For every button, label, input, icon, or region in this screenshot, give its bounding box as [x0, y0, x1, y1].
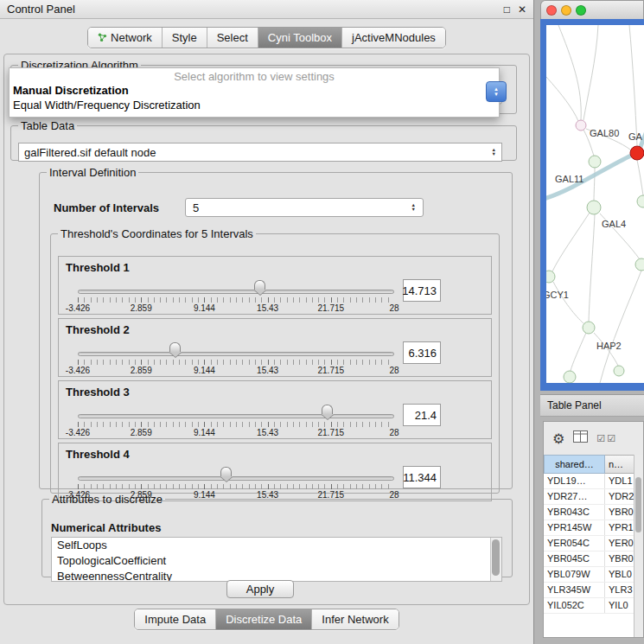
menu-item-equal-width-frequency-discretization[interactable]: Equal Width/Frequency Discretization [10, 98, 499, 112]
tab-impute-data[interactable]: Impute Data [135, 609, 215, 629]
slider-track[interactable] [78, 476, 394, 481]
top-tab-bar: NetworkStyleSelectCyni ToolboxjActiveMNo… [87, 27, 446, 48]
scrollbar-thumb[interactable] [635, 477, 641, 532]
select-all-checkbox-icon[interactable]: ☑ [596, 433, 605, 444]
menu-item-manual-discretization[interactable]: Manual Discretization [10, 83, 499, 98]
select-columns-checkbox-icon[interactable]: ☑ [607, 433, 615, 444]
minimize-icon[interactable]: □ [504, 3, 510, 16]
table-row[interactable]: YDR27…YDR2 [544, 489, 635, 505]
tab-label: Discretize Data [226, 613, 302, 626]
threshold-value-field[interactable]: 6.316 [403, 341, 441, 364]
table-scrollbar[interactable] [634, 455, 643, 637]
slider-thumb[interactable] [322, 405, 333, 414]
network-node-gcy1[interactable] [546, 271, 555, 283]
list-item-topologicalcoefficient[interactable]: TopologicalCoefficient [52, 553, 501, 569]
tab-cyni-toolbox[interactable]: Cyni Toolbox [258, 28, 341, 48]
table-row[interactable]: YIL052CYIL0 [544, 598, 635, 614]
threshold-value-field[interactable]: 11.344 [403, 466, 441, 488]
intervals-combobox[interactable]: 5 ▲▼ [185, 198, 424, 217]
scale-label: 9.144 [194, 366, 215, 375]
table-cell: YBR0 [605, 505, 635, 520]
tab-label: Network [111, 31, 152, 44]
gear-icon[interactable]: ⚙ [552, 430, 564, 447]
network-node[interactable] [637, 195, 644, 207]
network-canvas[interactable]: GAL80GAGAL11GAL4GCY1HAP2 [546, 25, 644, 383]
interval-definition-group: Interval Definition Number of Intervals … [39, 166, 513, 489]
table-data-group: Table Data galFiltered.sif default node … [10, 119, 517, 161]
network-node-ga[interactable] [630, 146, 644, 160]
slider-scale: -3.4262.8599.14415.4321.71528 [78, 428, 394, 438]
network-node[interactable] [614, 366, 624, 376]
table-row[interactable]: YBL079WYBL0 [544, 567, 635, 583]
threshold-slider[interactable]: -3.4262.8599.14415.4321.71528 [78, 381, 394, 440]
table-cell: YDR27… [544, 489, 605, 504]
table-cell: YBL0 [605, 567, 635, 582]
slider-track[interactable] [78, 352, 394, 356]
minimize-button[interactable] [561, 5, 571, 16]
tab-network[interactable]: Network [88, 28, 162, 48]
table-toolbar: ⚙ ☑ ☑ [544, 422, 643, 455]
node-label: GAL4 [602, 219, 626, 229]
slider-thumb[interactable] [220, 467, 232, 476]
network-node[interactable] [635, 258, 644, 271]
tab-style[interactable]: Style [162, 28, 207, 48]
threshold-value-field[interactable]: 21.4 [403, 404, 441, 426]
table-row[interactable]: YPR145WYPR1 [544, 520, 635, 536]
table-header: shared… n… [544, 455, 635, 474]
threshold-value-field[interactable]: 14.713 [403, 279, 441, 302]
network-node-gal11[interactable] [589, 156, 601, 168]
intervals-value: 5 [193, 201, 199, 214]
scale-label: 2.859 [131, 303, 152, 313]
slider-ticks [78, 422, 394, 427]
chevron-down-icon: ▼ [494, 92, 499, 97]
table-cell: YDL19… [544, 474, 605, 488]
table-cell: YPR1 [605, 520, 635, 535]
scale-label: 15.43 [257, 428, 278, 437]
zoom-button[interactable] [576, 5, 586, 16]
column-header-shared[interactable]: shared… [544, 455, 605, 474]
table-body[interactable]: YDL19…YDL1YDR27…YDR2YBR043CYBR0YPR145WYP… [544, 474, 635, 637]
columns-icon[interactable] [573, 430, 588, 446]
network-node-hap2[interactable] [583, 322, 595, 334]
list-scrollbar[interactable] [490, 538, 501, 581]
table-row[interactable]: YER054CYER0 [544, 536, 635, 552]
tab-label: Infer Network [322, 613, 388, 626]
table-panel-window: ⚙ ☑ ☑ shared… n… YDL19…YDL1YDR27…YDR2YBR… [543, 421, 644, 638]
algorithm-prompt: Select algorithm to view settings [10, 68, 499, 83]
attr-items: SelfLoopsTopologicalCoefficientBetweenne… [52, 538, 501, 582]
tab-select[interactable]: Select [207, 28, 258, 48]
column-header-name[interactable]: n… [605, 455, 635, 474]
close-button[interactable] [546, 5, 557, 16]
apply-button[interactable]: Apply [226, 580, 294, 598]
tab-infer-network[interactable]: Infer Network [311, 609, 398, 629]
tab-discretize-data[interactable]: Discretize Data [215, 609, 311, 629]
tab-label: Cyni Toolbox [268, 31, 332, 44]
table-row[interactable]: YLR345WYLR3 [544, 583, 635, 598]
slider-thumb[interactable] [254, 280, 265, 290]
network-node-gal4[interactable] [587, 201, 601, 214]
scale-label: -3.426 [66, 303, 90, 313]
numerical-attributes-list[interactable]: SelfLoopsTopologicalCoefficientBetweenne… [51, 537, 502, 582]
close-icon[interactable]: ✕ [518, 3, 526, 16]
table-row[interactable]: YBR045CYBR0 [544, 552, 635, 567]
threshold-slider[interactable]: -3.4262.8599.14415.4321.71528 [78, 319, 394, 378]
network-view-frame: GAL80GAGAL11GAL4GCY1HAP2 [540, 19, 644, 391]
table-data-combobox[interactable]: galFiltered.sif default node ▲▼ [18, 143, 502, 162]
slider-thumb[interactable] [169, 342, 181, 352]
table-row[interactable]: YBR043CYBR0 [544, 505, 635, 520]
slider-track[interactable] [78, 414, 394, 418]
threshold-slider[interactable]: -3.4262.8599.14415.4321.71528 [78, 257, 394, 316]
list-item-selfloops[interactable]: SelfLoops [52, 538, 501, 553]
network-node-gal80[interactable] [576, 120, 586, 131]
scale-label: 15.43 [257, 366, 278, 375]
algorithm-combo-arrows[interactable]: ▲ ▼ [486, 81, 507, 102]
tab-jactivemnodules[interactable]: jActiveMNodules [341, 28, 445, 48]
interval-definition-title: Interval Definition [47, 166, 138, 179]
scrollbar-thumb[interactable] [492, 539, 500, 576]
slider-track[interactable] [78, 290, 394, 294]
node-label: GCY1 [546, 290, 569, 300]
table-row[interactable]: YDL19…YDL1 [544, 474, 635, 489]
table-data-title: Table Data [18, 119, 77, 132]
network-node[interactable] [564, 371, 576, 383]
tab-label: Impute Data [144, 613, 206, 626]
